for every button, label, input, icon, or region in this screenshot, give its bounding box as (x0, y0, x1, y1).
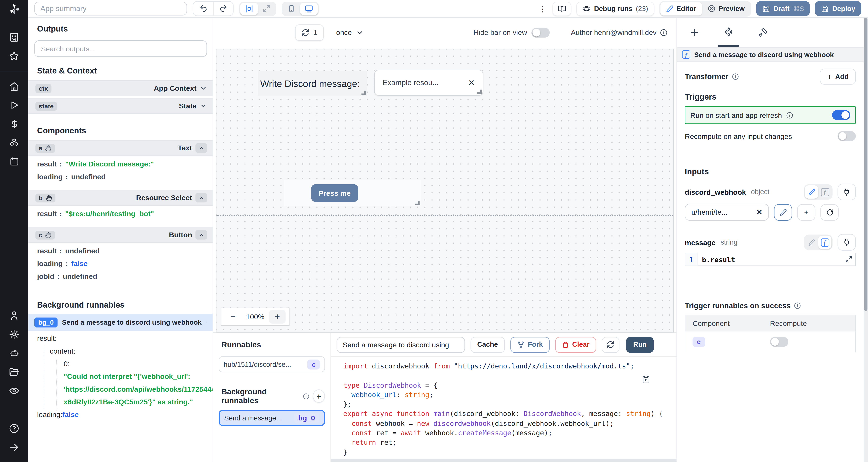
bg-runnable-card-selected[interactable]: Send a message... bg_0 (219, 410, 325, 426)
add-resource-button[interactable]: + (797, 204, 815, 221)
windmill-logo[interactable] (0, 0, 28, 18)
user-icon[interactable] (0, 306, 28, 325)
row-component-badge: c (692, 337, 705, 347)
edit-pencil-icon[interactable] (206, 319, 207, 325)
cache-button[interactable]: Cache (471, 336, 505, 353)
eval-mode-button[interactable]: f (818, 236, 831, 249)
refresh-count-button[interactable]: 1 (295, 24, 324, 41)
add-transformer-button[interactable]: +Add (820, 69, 856, 85)
collapse-component-b-button[interactable] (195, 193, 207, 203)
script-name-input[interactable] (337, 336, 465, 353)
edit-resource-button[interactable] (774, 204, 792, 221)
resize-handle[interactable] (415, 201, 420, 205)
audit-eye-icon[interactable] (0, 381, 28, 400)
zoom-in-button[interactable]: + (269, 310, 286, 324)
static-mode-button[interactable] (805, 236, 818, 249)
ctx-row[interactable]: ctx App Context (28, 80, 213, 96)
code-horizontal-scrollbar[interactable] (331, 459, 677, 462)
help-icon[interactable] (0, 419, 28, 438)
redo-button[interactable] (213, 2, 233, 15)
add-bg-runnable-button[interactable]: + (312, 390, 325, 403)
tab-styling[interactable] (746, 18, 780, 47)
schedules-icon[interactable] (0, 152, 28, 171)
copy-icon[interactable] (642, 375, 650, 384)
text-component[interactable]: Write Discord message: (258, 71, 367, 96)
recompute-toggle[interactable] (837, 131, 856, 141)
connect-input-button[interactable] (837, 234, 856, 251)
clear-button[interactable]: Clear (555, 336, 596, 353)
eval-mode-button[interactable]: f (818, 185, 831, 199)
expand-icon[interactable] (845, 256, 852, 263)
run-button[interactable]: Run (626, 336, 654, 353)
static-mode-button[interactable] (805, 185, 818, 199)
settings-gear-icon[interactable] (0, 325, 28, 344)
author-label: Author henri@windmill.dev (571, 28, 657, 37)
debug-runs-button[interactable]: Debug runs (23) (576, 1, 654, 16)
connect-input-button[interactable] (837, 184, 856, 200)
component-b-type: Resource Select (136, 194, 192, 202)
undo-button[interactable] (193, 2, 213, 15)
tab-component-settings[interactable] (711, 18, 746, 47)
tab-preview[interactable]: Preview (702, 2, 750, 15)
hide-bar-toggle[interactable] (531, 27, 550, 37)
outputs-sidebar: Outputs State & Context ctx App Context … (28, 18, 213, 462)
search-outputs-input[interactable] (34, 40, 207, 57)
tab-editor[interactable]: Editor (660, 2, 702, 15)
message-expression-editor[interactable]: 1 b.result (685, 253, 856, 266)
bg0-output-header[interactable]: bg_0 Send a message to discord using web… (28, 314, 213, 331)
script-editor: Cache Fork Clear Run import disco (331, 333, 677, 462)
refresh-icon (302, 29, 310, 36)
runs-icon[interactable] (0, 96, 28, 114)
resize-handle[interactable] (477, 90, 482, 94)
run-on-start-toggle[interactable] (832, 110, 850, 120)
zoom-out-button[interactable]: − (225, 310, 242, 324)
centered-layout-button[interactable] (240, 2, 258, 15)
resize-handle[interactable] (362, 91, 366, 95)
component-a-id: a (39, 144, 42, 151)
schedule-select[interactable]: once (336, 28, 364, 37)
prop-key: loading (37, 173, 63, 181)
tab-insert-component[interactable] (677, 18, 711, 47)
favorites-icon[interactable] (0, 46, 28, 65)
code-editor[interactable]: import discordwebhook from "https://deno… (331, 356, 677, 459)
state-row[interactable]: state State (28, 98, 213, 114)
resource-select-component[interactable]: Example resou... ✕ (374, 70, 483, 96)
desktop-view-button[interactable] (300, 2, 318, 15)
component-c-header[interactable]: c Button (28, 227, 213, 243)
clear-selection-icon[interactable]: ✕ (468, 78, 475, 88)
more-menu-button[interactable]: ⋮ (537, 4, 548, 14)
variables-icon[interactable] (0, 114, 28, 133)
deploy-button[interactable]: Deploy (815, 1, 861, 16)
fork-button[interactable]: Fork (510, 336, 550, 353)
collapse-component-c-button[interactable] (195, 230, 207, 239)
row-recompute-toggle[interactable] (770, 336, 788, 346)
reload-script-button[interactable] (602, 336, 619, 353)
home-icon[interactable] (0, 77, 28, 96)
page-scrollbar[interactable] (864, 18, 868, 462)
button-component[interactable]: Press me (284, 180, 421, 206)
component-a-header[interactable]: a Text (28, 140, 213, 156)
clear-resource-icon[interactable]: ✕ (756, 208, 762, 216)
expression-value: b.result (698, 253, 735, 266)
scrollbar-thumb[interactable] (864, 18, 868, 311)
collapse-rail-icon[interactable] (0, 438, 28, 457)
component-b-header[interactable]: b Resource Select (28, 190, 213, 206)
pencil-icon (808, 239, 815, 246)
draft-button[interactable]: Draft ⌘S (756, 1, 810, 16)
app-canvas[interactable]: Write Discord message: Example resou... … (216, 48, 674, 332)
docs-button[interactable] (553, 1, 571, 16)
folders-icon[interactable] (0, 362, 28, 381)
info-icon[interactable] (660, 29, 668, 36)
resources-icon[interactable] (0, 133, 28, 152)
workspace-icon[interactable] (0, 28, 28, 46)
runnable-settings-panel: f Send a message to discord using webhoo… (677, 18, 864, 462)
refresh-resource-button[interactable] (820, 204, 839, 221)
collapse-component-a-button[interactable] (195, 143, 207, 153)
workers-icon[interactable] (0, 343, 28, 362)
app-summary-input[interactable] (34, 2, 187, 15)
runnable-script-card[interactable]: hub/1511/discord/se... c (219, 356, 325, 372)
resource-picker[interactable]: u/henri/te... ✕ (685, 204, 769, 221)
mobile-view-button[interactable] (283, 2, 300, 15)
fullscreen-layout-button[interactable] (258, 2, 275, 15)
press-me-button[interactable]: Press me (311, 184, 358, 202)
